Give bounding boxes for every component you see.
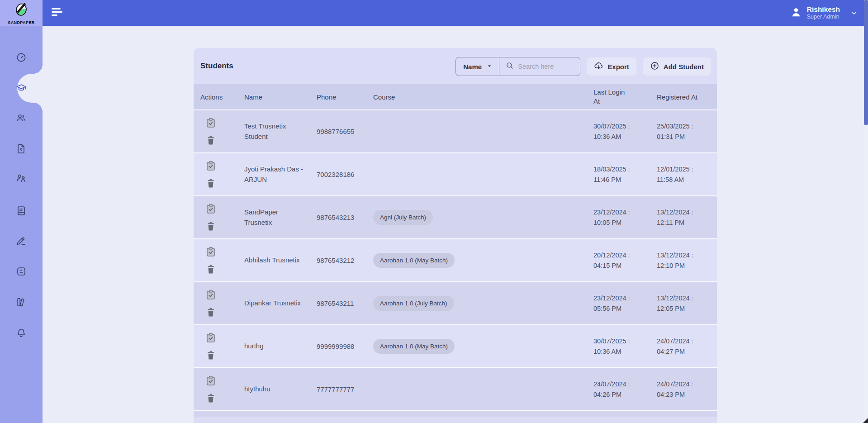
sidebar-item-notifications[interactable]: [0, 322, 43, 344]
searchbox: [499, 62, 580, 71]
open-books-icon: [16, 297, 27, 308]
scrollbar-track[interactable]: [864, 0, 868, 423]
rupee-document-icon: ₹: [16, 143, 27, 154]
column-header: Actions: [200, 93, 244, 101]
pencil-icon: [16, 235, 27, 246]
student-name: SandPaper Trusnetix: [244, 207, 317, 228]
last-login-at: 23/12/2024 : 05:56 PM: [593, 293, 657, 314]
table-row: hurthg9999999988Aarohan 1.0 (May Batch)3…: [194, 325, 717, 368]
table-row: SandPaper Trusnetix9876543213Agni (July …: [194, 196, 717, 239]
table-row-partial: [194, 411, 717, 417]
search-icon: [506, 62, 514, 71]
student-phone: 9999999988: [317, 342, 373, 350]
sidebar-item-content[interactable]: [0, 261, 43, 282]
table-row: Test Trusnetix Student998877665530/07/20…: [194, 110, 717, 153]
last-login-at: 23/12/2024 : 10:05 PM: [593, 207, 657, 228]
student-phone: 7777777777: [317, 385, 373, 393]
sidebar-item-staff[interactable]: [0, 107, 43, 129]
caret-down-icon: [486, 63, 493, 71]
menu-toggle-button[interactable]: [50, 6, 64, 18]
column-header: Registered At: [657, 93, 717, 101]
student-course: Agni (July Batch): [373, 210, 593, 225]
filter-value: Name: [463, 63, 482, 71]
registered-at: 24/07/2024 : 04:27 PM: [657, 336, 717, 356]
last-login-at: 20/12/2024 : 04:15 PM: [593, 250, 657, 271]
sidebar-item-library[interactable]: [0, 291, 43, 313]
table-row: Dipankar Trusnetix9876543211Aarohan 1.0 …: [194, 282, 717, 325]
row-actions: [205, 375, 216, 404]
trash-icon[interactable]: [206, 350, 216, 361]
column-header: Name: [244, 93, 317, 101]
course-badge: Aarohan 1.0 (July Batch): [373, 296, 454, 311]
course-badge: Aarohan 1.0 (May Batch): [373, 253, 455, 268]
sidebar-item-courses[interactable]: [0, 200, 43, 222]
brand-name: SANDPAPER: [8, 20, 34, 25]
export-button[interactable]: Export: [587, 57, 636, 76]
search-group: Name: [455, 57, 580, 76]
search-input[interactable]: [518, 63, 572, 70]
trash-icon[interactable]: [206, 264, 216, 275]
scrollbar-thumb[interactable]: [864, 0, 868, 125]
student-name: Jyoti Prakash Das - ARJUN: [244, 164, 317, 185]
clipboard-check-icon[interactable]: [205, 246, 216, 258]
row-actions: [205, 246, 216, 275]
clipboard-check-icon[interactable]: [205, 203, 216, 215]
registered-at: 13/12/2024 : 12:10 PM: [657, 250, 717, 271]
trash-icon[interactable]: [206, 307, 216, 318]
page-title: Students: [200, 48, 233, 84]
badge-card-icon: [16, 266, 27, 277]
toolbar: Name: [455, 57, 711, 76]
table-row: Abhilash Trusnetix9876543212Aarohan 1.0 …: [194, 239, 717, 282]
clipboard-check-icon[interactable]: [205, 375, 216, 387]
student-phone: 7002328186: [317, 171, 373, 178]
student-phone: 9876543211: [317, 299, 373, 307]
students-panel: Students Name: [194, 48, 717, 423]
clipboard-check-icon[interactable]: [205, 117, 216, 129]
student-name: Dipankar Trusnetix: [244, 298, 317, 309]
main-content: Students Name: [43, 26, 868, 423]
row-actions: [205, 117, 216, 146]
registered-at: 13/12/2024 : 12:11 PM: [657, 207, 717, 228]
export-label: Export: [607, 63, 629, 71]
clipboard-check-icon[interactable]: [205, 160, 216, 172]
clipboard-check-icon[interactable]: [205, 332, 216, 344]
sidebar-item-dashboard[interactable]: [0, 47, 43, 68]
download-cloud-icon: [594, 61, 603, 72]
table-row: Jyoti Prakash Das - ARJUN700232818618/03…: [194, 153, 717, 196]
sidebar-item-exams[interactable]: [0, 230, 43, 252]
student-phone: 9988776655: [317, 128, 373, 135]
row-actions: [205, 332, 216, 361]
sidebar-item-fees[interactable]: ₹: [0, 138, 43, 160]
sidebar-item-students[interactable]: [0, 77, 43, 99]
user-group-icon: [16, 173, 27, 184]
row-actions: [205, 203, 216, 232]
student-course: Aarohan 1.0 (July Batch): [373, 296, 593, 311]
add-student-button[interactable]: Add Student: [643, 57, 711, 76]
graduation-cap-icon: [16, 83, 27, 94]
people-icon: [16, 113, 27, 124]
clipboard-check-icon[interactable]: [205, 289, 216, 301]
bell-icon: [16, 328, 27, 338]
search-filter-select[interactable]: Name: [456, 57, 499, 76]
user-avatar-icon: [790, 6, 802, 20]
chevron-down-icon: [850, 9, 858, 17]
user-menu[interactable]: Rishikesh Super Admin: [790, 0, 858, 26]
table-row: htythuhu777777777724/07/2024 : 04:26 PM2…: [194, 368, 717, 411]
trash-icon[interactable]: [206, 178, 216, 189]
registered-at: 24/07/2024 : 04:23 PM: [657, 379, 717, 399]
trash-icon[interactable]: [206, 393, 216, 404]
student-course: Aarohan 1.0 (May Batch): [373, 339, 593, 354]
course-badge: Agni (July Batch): [373, 210, 433, 225]
panel-header: Students Name: [194, 48, 717, 84]
sidebar: ₹: [0, 0, 43, 423]
trash-icon[interactable]: [206, 135, 216, 146]
dashboard-gauge-icon: [16, 52, 27, 63]
last-login-at: 30/07/2025 : 10:36 AM: [593, 336, 657, 356]
trash-icon[interactable]: [206, 221, 216, 232]
last-login-at: 18/03/2025 : 11:46 PM: [593, 164, 657, 185]
add-student-label: Add Student: [664, 63, 704, 71]
top-header: Rishikesh Super Admin: [43, 0, 868, 26]
user-role: Super Admin: [807, 14, 840, 21]
row-actions: [205, 160, 216, 189]
sidebar-item-leads[interactable]: [0, 167, 43, 189]
